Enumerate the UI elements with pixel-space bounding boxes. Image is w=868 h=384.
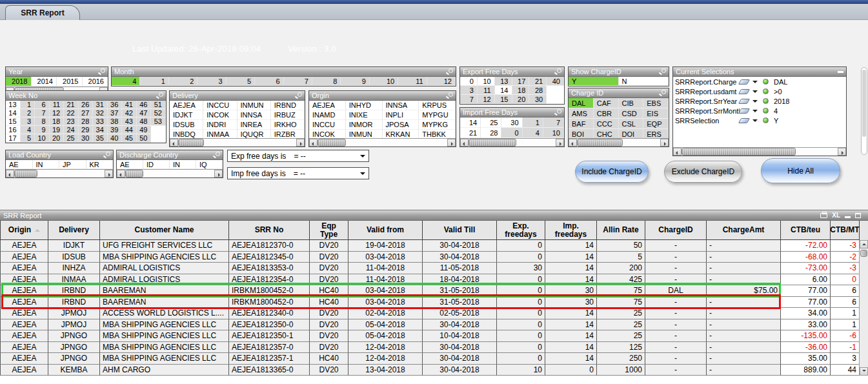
table-cell[interactable]: - [707, 263, 781, 274]
table-cell[interactable]: AEJEA [0, 274, 48, 286]
listbox-value[interactable]: 28 [529, 86, 547, 95]
listbox-value[interactable]: INIXE [346, 110, 383, 120]
listbox-caption[interactable]: Orgin [309, 91, 456, 101]
listbox-value[interactable]: 15 [495, 95, 512, 104]
table-cell[interactable]: 14 [545, 330, 597, 342]
listbox-caption[interactable]: Charge ID [569, 88, 669, 98]
listbox-value[interactable]: MYPGU [419, 110, 456, 120]
listbox-caption[interactable]: Export Free Days [460, 67, 564, 77]
listbox-value[interactable]: N [619, 77, 669, 86]
table-cell[interactable]: 02-04-2018 [348, 308, 423, 319]
exp-free-days-dropdown[interactable]: Exp free days is = -- [227, 150, 369, 162]
table-cell[interactable]: - [645, 263, 707, 274]
table-cell[interactable]: 14 [545, 274, 597, 286]
listbox-value[interactable]: IN [33, 160, 60, 169]
minimize-icon[interactable] [845, 216, 851, 218]
search-icon[interactable] [103, 152, 110, 159]
listbox-value[interactable]: 40 [547, 77, 564, 86]
table-cell[interactable]: DV20 [310, 252, 348, 263]
listbox-value[interactable]: EQP [643, 119, 669, 129]
listbox-value[interactable]: 49 [137, 126, 152, 134]
table-cell[interactable]: -73.00 [781, 263, 831, 274]
hide-all-button[interactable]: Hide All [761, 158, 840, 183]
column-header-eqp-type[interactable]: Eqp Type [310, 221, 348, 240]
listbox-value[interactable]: EBS [643, 98, 669, 108]
table-cell[interactable]: AEJEA1813353-0 [229, 263, 310, 274]
search-icon[interactable] [213, 152, 220, 159]
search-icon[interactable] [446, 68, 453, 76]
table-cell[interactable]: $75.00 [707, 285, 781, 297]
scroll-right-icon[interactable] [556, 139, 564, 147]
listbox-value[interactable]: 42 [122, 109, 137, 117]
table-cell[interactable]: -72.00 [781, 240, 831, 252]
table-cell[interactable]: - [645, 365, 707, 376]
table-cell[interactable]: ACCESS WORLD LOGISTICS L.... [100, 308, 229, 319]
listbox-value[interactable]: INAMD [309, 110, 346, 120]
listbox-value[interactable]: IRBUZ [271, 110, 305, 120]
table-cell[interactable]: -3 [831, 263, 860, 274]
listbox-caption[interactable]: Week No [6, 91, 166, 101]
export-excel-icon[interactable]: XL [832, 212, 840, 219]
horizontal-scrollbar[interactable] [569, 138, 669, 147]
table-cell[interactable]: 25 [597, 319, 645, 331]
table-cell[interactable]: 6 [831, 285, 860, 297]
scroll-left-icon[interactable] [569, 139, 577, 147]
listbox-value[interactable]: 2 [169, 77, 197, 86]
table-cell[interactable]: - [645, 274, 707, 286]
table-cell[interactable]: 11-04-2018 [348, 274, 423, 286]
column-header-valid-till[interactable]: Valid Till [423, 221, 497, 240]
listbox-value[interactable]: INCCU [203, 101, 237, 110]
listbox-value[interactable]: 2018 [6, 77, 32, 86]
listbox-value[interactable]: 51 [151, 101, 166, 109]
table-cell[interactable]: - [645, 342, 707, 354]
table-cell[interactable]: - [707, 342, 781, 354]
listbox-value[interactable]: 48 [137, 117, 152, 126]
listbox-value[interactable]: 19 [50, 126, 65, 134]
scroll-down-icon[interactable] [860, 367, 868, 376]
chevron-down-icon[interactable] [752, 81, 758, 86]
table-cell[interactable]: DV20 [310, 319, 348, 331]
table-cell[interactable]: AEJEA [0, 285, 48, 297]
scroll-left-icon[interactable] [170, 139, 178, 147]
listbox-value[interactable]: INCCU [309, 120, 346, 130]
listbox-value[interactable]: 4 [523, 128, 543, 138]
listbox-value[interactable]: AE [117, 160, 143, 169]
horizontal-scrollbar[interactable] [117, 169, 223, 177]
clear-selection-icon[interactable] [738, 99, 750, 104]
table-cell[interactable]: AEJEA [0, 263, 48, 274]
table-cell[interactable]: AEJEA1813365-0 [229, 365, 310, 376]
listbox-value[interactable]: CSD [619, 108, 644, 119]
search-icon[interactable] [659, 90, 666, 97]
listbox-value[interactable]: 17 [6, 134, 21, 143]
table-cell[interactable]: 0 [497, 285, 545, 297]
table-cell[interactable]: 3 [831, 353, 860, 365]
search-icon[interactable] [554, 68, 561, 76]
table-cell[interactable]: 30-04-2018 [423, 353, 497, 365]
table-cell[interactable]: 0 [497, 274, 545, 286]
table-cell[interactable]: 30-04-2018 [423, 252, 497, 263]
listbox-value[interactable]: 22 [64, 109, 79, 117]
current-selections-caption[interactable]: Current Selections [673, 67, 846, 77]
listbox-caption[interactable]: Year [6, 67, 108, 77]
listbox-value[interactable]: AEJEA [309, 101, 346, 110]
exclude-chargeid-button[interactable]: Exclude ChargeID [664, 161, 742, 183]
table-cell[interactable]: IDSUB [48, 252, 100, 263]
listbox-value[interactable]: 2014 [32, 77, 57, 86]
listbox-value[interactable]: KRPUS [419, 101, 456, 110]
listbox-value[interactable]: 37 [108, 109, 123, 117]
vertical-slider[interactable] [861, 67, 867, 155]
table-cell[interactable]: 14 [545, 308, 597, 319]
listbox-value[interactable]: INDRI [203, 120, 237, 130]
chevron-down-icon[interactable] [360, 172, 365, 177]
listbox-value[interactable]: 21 [529, 77, 547, 86]
listbox-value[interactable]: 6 [255, 77, 283, 86]
listbox-value[interactable]: 38 [108, 117, 123, 126]
table-cell[interactable]: 75 [597, 285, 645, 297]
table-cell[interactable]: AEJEA [0, 297, 48, 308]
table-cell[interactable]: 1000 [597, 365, 645, 376]
table-cell[interactable]: 14 [545, 353, 597, 365]
table-cell[interactable]: MBA SHIPPING AGENCIES LLC [100, 252, 229, 263]
table-cell[interactable]: AEJEA [0, 330, 48, 342]
column-header-srr-no[interactable]: SRR No [229, 221, 310, 240]
table-cell[interactable]: 14 [545, 342, 597, 354]
